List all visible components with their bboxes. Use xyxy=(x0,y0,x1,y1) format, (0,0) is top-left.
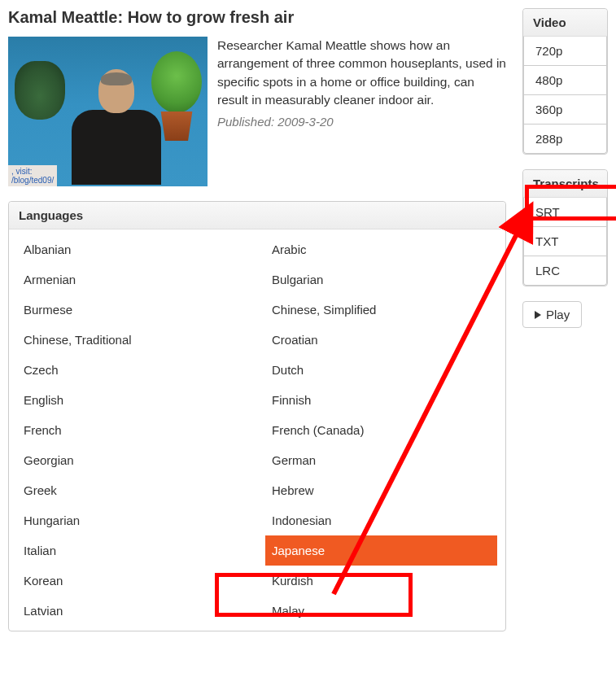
play-label: Play xyxy=(546,308,570,321)
play-button[interactable]: Play xyxy=(522,301,582,328)
video-quality-option[interactable]: 288p xyxy=(523,125,607,154)
video-thumbnail[interactable]: , visit:/blog/ted09/ xyxy=(8,37,208,186)
language-link[interactable]: Arabic xyxy=(257,234,505,264)
language-link[interactable]: Korean xyxy=(9,566,257,596)
language-link[interactable]: Albanian xyxy=(9,234,257,264)
language-link[interactable]: Chinese, Traditional xyxy=(9,325,257,355)
languages-header: Languages xyxy=(9,202,505,229)
language-link[interactable]: French (Canada) xyxy=(257,415,505,445)
video-header: Video xyxy=(523,9,607,37)
language-link[interactable]: Dutch xyxy=(257,355,505,385)
video-description: Researcher Kamal Meattle shows how an ar… xyxy=(217,37,506,110)
speaker-illustration xyxy=(72,69,161,186)
language-link[interactable]: Hungarian xyxy=(9,505,257,535)
language-link[interactable]: Greek xyxy=(9,475,257,505)
transcript-format-option[interactable]: TXT xyxy=(523,227,607,256)
transcripts-header: Transcripts xyxy=(523,170,607,198)
thumb-caption: , visit:/blog/ted09/ xyxy=(8,165,57,186)
video-quality-option[interactable]: 480p xyxy=(523,66,607,95)
language-link[interactable]: Finnish xyxy=(257,385,505,415)
language-link[interactable]: Czech xyxy=(9,355,257,385)
language-link[interactable]: Croatian xyxy=(257,325,505,355)
page-title: Kamal Meattle: How to grow fresh air xyxy=(8,8,506,27)
language-link[interactable]: Hebrew xyxy=(257,475,505,505)
language-link[interactable]: Latvian xyxy=(9,596,257,626)
transcript-format-option[interactable]: SRT xyxy=(523,198,607,227)
language-link[interactable]: Malay xyxy=(257,596,505,626)
language-link[interactable]: Bulgarian xyxy=(257,264,505,295)
plant-illustration xyxy=(15,61,65,142)
language-link[interactable]: Armenian xyxy=(9,264,257,295)
play-icon xyxy=(535,311,541,319)
languages-panel: Languages AlbanianArabicArmenianBulgaria… xyxy=(8,201,506,631)
transcript-format-option[interactable]: LRC xyxy=(523,256,607,286)
language-link[interactable]: Chinese, Simplified xyxy=(257,295,505,325)
language-link[interactable]: Indonesian xyxy=(257,505,505,535)
video-quality-option[interactable]: 360p xyxy=(523,95,607,125)
language-link[interactable]: Burmese xyxy=(9,295,257,325)
language-link[interactable]: German xyxy=(257,445,505,475)
language-link[interactable]: Japanese xyxy=(265,535,497,566)
video-panel: Video 720p480p360p288p xyxy=(522,8,608,155)
transcripts-panel: Transcripts SRTTXTLRC xyxy=(522,169,608,286)
language-link[interactable]: French xyxy=(9,415,257,445)
language-link[interactable]: Italian xyxy=(9,535,257,566)
language-link[interactable]: English xyxy=(9,385,257,415)
language-link[interactable]: Georgian xyxy=(9,445,257,475)
published-date: Published: 2009-3-20 xyxy=(217,115,506,129)
language-link[interactable]: Kurdish xyxy=(257,566,505,596)
video-quality-option[interactable]: 720p xyxy=(523,37,607,66)
